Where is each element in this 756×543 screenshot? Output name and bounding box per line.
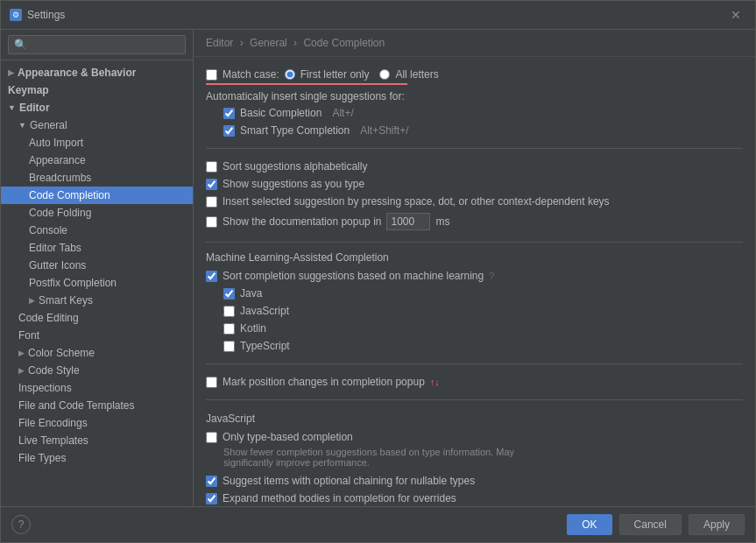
ml-sort-help-icon[interactable]: ? — [489, 271, 494, 281]
sidebar-item-general[interactable]: ▼ General — [1, 116, 193, 134]
ml-java-label[interactable]: Java — [240, 287, 262, 300]
ml-javascript-label[interactable]: JavaScript — [240, 305, 289, 317]
search-box — [1, 30, 193, 60]
ml-sort-checkbox[interactable] — [206, 271, 217, 282]
ml-kotlin-checkbox[interactable] — [223, 323, 235, 335]
sidebar-item-gutter-icons[interactable]: Gutter Icons — [1, 257, 193, 274]
show-docs-label[interactable]: Show the documentation popup in — [223, 215, 381, 228]
ml-typescript-row: TypeScript — [223, 337, 743, 355]
ml-sort-label[interactable]: Sort completion suggestions based on mac… — [223, 270, 484, 282]
docs-popup-spinbox[interactable] — [386, 213, 430, 230]
show-docs-row: Show the documentation popup in ms — [206, 210, 743, 233]
sort-alpha-label[interactable]: Sort suggestions alphabetically — [223, 160, 367, 173]
apply-button[interactable]: Apply — [689, 514, 745, 535]
sidebar-item-editor-tabs[interactable]: Editor Tabs — [1, 239, 193, 257]
sidebar-item-code-completion[interactable]: Code Completion — [1, 187, 193, 204]
ml-typescript-checkbox[interactable] — [223, 341, 235, 352]
only-type-based-label[interactable]: Only type-based completion — [223, 431, 353, 443]
expand-method-row: Expand method bodies in completion for o… — [206, 490, 743, 506]
sort-alpha-checkbox[interactable] — [206, 161, 217, 173]
sidebar-item-live-templates[interactable]: Live Templates — [1, 432, 193, 449]
first-letter-radio[interactable] — [285, 69, 295, 80]
sidebar-item-code-style[interactable]: ▶ Code Style — [1, 362, 193, 379]
suggest-optional-chaining-checkbox[interactable] — [206, 476, 217, 487]
sidebar-item-code-editing[interactable]: Code Editing — [1, 309, 193, 327]
match-case-label[interactable]: Match case: — [223, 68, 279, 81]
all-letters-label[interactable]: All letters — [379, 68, 438, 81]
mark-position-checkbox[interactable] — [206, 377, 217, 388]
show-as-you-type-label[interactable]: Show suggestions as you type — [223, 178, 364, 190]
titlebar-left: ⚙ Settings — [10, 9, 65, 21]
sidebar-item-appearance[interactable]: Appearance — [1, 152, 193, 169]
insert-on-space-checkbox[interactable] — [206, 196, 217, 208]
ml-sort-row: Sort completion suggestions based on mac… — [206, 267, 743, 285]
ml-javascript-row: JavaScript — [223, 302, 743, 320]
smart-type-label[interactable]: Smart Type Completion Alt+Shift+/ — [240, 124, 409, 137]
js-section-label: JavaScript — [206, 413, 743, 425]
close-button[interactable]: ✕ — [725, 6, 746, 24]
only-type-based-row: Only type-based completion — [206, 428, 743, 446]
sidebar-item-file-code-templates[interactable]: File and Code Templates — [1, 397, 193, 414]
divider-3 — [206, 363, 743, 364]
cancel-button[interactable]: Cancel — [619, 514, 682, 535]
expand-method-label[interactable]: Expand method bodies in completion for o… — [223, 492, 456, 504]
match-case-row: Match case: First letter only All letter… — [206, 66, 743, 83]
sidebar-item-color-scheme[interactable]: ▶ Color Scheme — [1, 344, 193, 362]
dialog-title: Settings — [27, 9, 65, 21]
sidebar-item-font[interactable]: Font — [1, 327, 193, 344]
sidebar-item-keymap[interactable]: Keymap — [1, 81, 193, 99]
match-case-checkbox[interactable] — [206, 69, 217, 81]
smart-type-checkbox[interactable] — [223, 125, 235, 137]
divider-2 — [206, 242, 743, 243]
mark-position-row: Mark position changes in completion popu… — [206, 373, 743, 391]
help-button[interactable]: ? — [11, 515, 31, 534]
footer: ? OK Cancel Apply — [1, 506, 755, 542]
expand-icon-smart-keys: ▶ — [29, 296, 35, 305]
search-input[interactable] — [8, 35, 186, 54]
sidebar-item-appearance-behavior[interactable]: ▶ Appearance & Behavior — [1, 64, 193, 81]
ml-javascript-checkbox[interactable] — [223, 306, 235, 317]
suggest-optional-chaining-row: Suggest items with optional chaining for… — [206, 472, 743, 490]
show-docs-checkbox[interactable] — [206, 216, 217, 228]
ml-java-row: Java — [223, 285, 743, 302]
sidebar-item-inspections[interactable]: Inspections — [1, 379, 193, 397]
insert-on-space-label[interactable]: Insert selected suggestion by pressing s… — [223, 195, 610, 208]
sidebar-item-breadcrumbs[interactable]: Breadcrumbs — [1, 169, 193, 187]
auto-insert-label: Automatically insert single suggestions … — [206, 87, 743, 104]
divider-4 — [206, 399, 743, 400]
suggest-optional-chaining-label[interactable]: Suggest items with optional chaining for… — [223, 475, 475, 487]
insert-on-space-row: Insert selected suggestion by pressing s… — [206, 193, 743, 210]
expand-icon-editor: ▼ — [8, 103, 16, 112]
expand-icon-general: ▼ — [18, 121, 26, 130]
ml-typescript-label[interactable]: TypeScript — [240, 340, 290, 352]
expand-method-checkbox[interactable] — [206, 493, 217, 504]
ml-java-checkbox[interactable] — [223, 288, 235, 300]
sidebar-item-auto-import[interactable]: Auto Import — [1, 134, 193, 152]
mark-position-label[interactable]: Mark position changes in completion popu… — [223, 376, 425, 388]
settings-icon: ⚙ — [10, 9, 22, 21]
ml-kotlin-label[interactable]: Kotlin — [240, 322, 266, 335]
ok-button[interactable]: OK — [567, 514, 611, 535]
first-letter-only-label[interactable]: First letter only — [285, 68, 370, 81]
sidebar-item-postfix-completion[interactable]: Postfix Completion — [1, 274, 193, 292]
divider-1 — [206, 148, 743, 149]
basic-completion-label[interactable]: Basic Completion Alt+/ — [240, 107, 354, 119]
sidebar-item-file-encodings[interactable]: File Encodings — [1, 414, 193, 432]
sort-alpha-row: Sort suggestions alphabetically — [206, 158, 743, 175]
settings-tree: ▶ Appearance & Behavior Keymap ▼ Editor … — [1, 60, 193, 506]
basic-completion-checkbox[interactable] — [223, 108, 235, 119]
sidebar-item-code-folding[interactable]: Code Folding — [1, 204, 193, 222]
settings-dialog: ⚙ Settings ✕ ▶ Appearance & Behavior Key… — [0, 0, 756, 543]
sort-arrows-icon: ↑↓ — [430, 377, 440, 387]
smart-type-row: Smart Type Completion Alt+Shift+/ — [223, 122, 743, 139]
content-area: Editor › General › Code Completion Match… — [194, 30, 755, 506]
sidebar-item-console[interactable]: Console — [1, 222, 193, 239]
sidebar-item-file-types[interactable]: File Types — [1, 449, 193, 467]
sidebar-item-smart-keys[interactable]: ▶ Smart Keys — [1, 292, 193, 309]
all-letters-radio[interactable] — [379, 69, 390, 80]
only-type-based-checkbox[interactable] — [206, 432, 217, 443]
sidebar-item-editor[interactable]: ▼ Editor — [1, 99, 193, 116]
show-as-you-type-checkbox[interactable] — [206, 179, 217, 190]
show-as-you-type-row: Show suggestions as you type — [206, 175, 743, 193]
titlebar: ⚙ Settings ✕ — [1, 1, 755, 30]
